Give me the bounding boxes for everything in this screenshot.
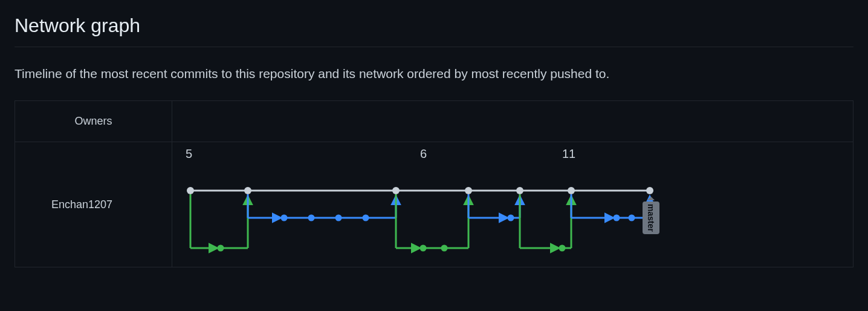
graph-description: Timeline of the most recent commits to t… bbox=[15, 67, 853, 81]
commit-node[interactable] bbox=[568, 187, 575, 194]
commit-node[interactable] bbox=[646, 187, 653, 194]
branch-tag-master[interactable]: master bbox=[643, 201, 659, 234]
commit-node[interactable] bbox=[392, 187, 400, 194]
graph-body: Enchan1207 5 6 11 master bbox=[15, 142, 853, 267]
graph-canvas[interactable]: 5 6 11 master bbox=[172, 142, 853, 267]
commit-node[interactable] bbox=[308, 215, 315, 221]
graph-header: Owners bbox=[15, 101, 853, 142]
commit-node[interactable] bbox=[614, 215, 620, 221]
network-graph-svg[interactable] bbox=[172, 142, 868, 267]
commit-node[interactable] bbox=[465, 187, 472, 194]
network-graph-wrapper: Owners Enchan1207 5 6 11 master bbox=[15, 100, 853, 267]
owners-column: Enchan1207 bbox=[15, 142, 172, 267]
owner-row[interactable]: Enchan1207 bbox=[15, 142, 172, 267]
commit-node[interactable] bbox=[420, 245, 427, 252]
commit-node[interactable] bbox=[244, 187, 251, 194]
commit-node[interactable] bbox=[281, 215, 288, 221]
page-title: Network graph bbox=[15, 15, 853, 37]
commit-node[interactable] bbox=[516, 187, 523, 194]
timeline-header bbox=[172, 101, 853, 142]
divider bbox=[15, 47, 853, 47]
owners-column-header: Owners bbox=[15, 101, 172, 142]
commit-node[interactable] bbox=[187, 187, 194, 194]
commit-node[interactable] bbox=[335, 215, 342, 221]
